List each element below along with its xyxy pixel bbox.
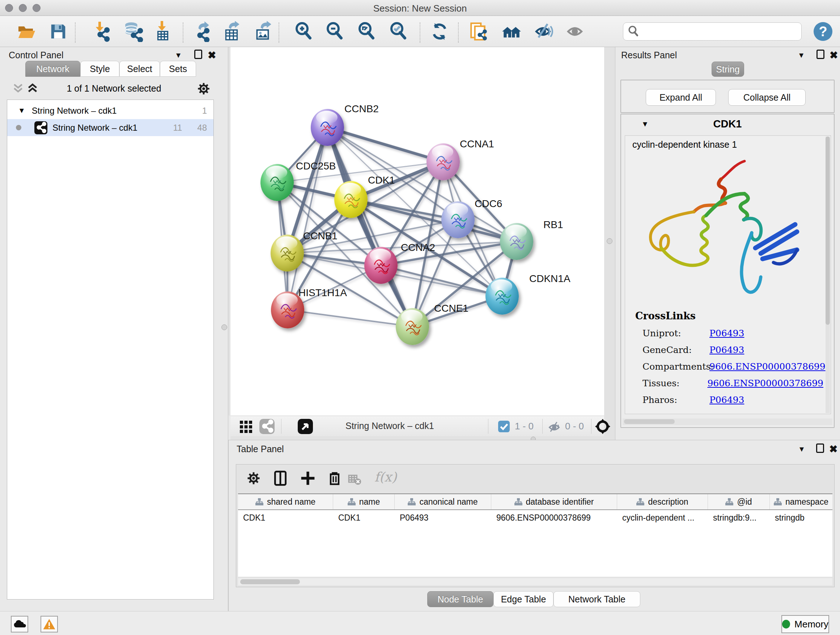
crosslinks-list: Uniprot: P06493GeneCard: P06493Compartme… <box>643 325 823 408</box>
tab-style[interactable]: Style <box>80 61 119 77</box>
results-panel-close-button[interactable]: ✖ <box>829 49 838 61</box>
table-cell[interactable]: stringdb:9... <box>708 510 770 525</box>
memory-button[interactable]: Memory <box>782 615 829 633</box>
crosslink-link[interactable]: 9606.ENSP00000378699 <box>709 361 826 372</box>
export-table-button[interactable] <box>221 21 242 42</box>
table-cell[interactable]: CDK1 <box>333 510 395 525</box>
crosslink-link[interactable]: P06493 <box>709 394 744 405</box>
search-field[interactable] <box>623 22 802 41</box>
control-panel-float-button[interactable] <box>194 50 202 61</box>
tab-network-table[interactable]: Network Table <box>554 591 640 607</box>
zoom-fit-button[interactable] <box>357 21 378 42</box>
network-node-cdk1[interactable] <box>334 181 368 218</box>
horizontal-splitter[interactable] <box>231 436 604 440</box>
hide-selected-button[interactable] <box>532 21 554 42</box>
crosslink-link[interactable]: P06493 <box>709 328 744 339</box>
string-home-button[interactable] <box>501 21 522 42</box>
zoom-in-button[interactable] <box>294 21 315 42</box>
network-node-rb1[interactable] <box>500 223 533 260</box>
save-session-button[interactable] <box>48 21 69 42</box>
tab-string[interactable]: String <box>712 62 744 77</box>
results-panel-float-button[interactable] <box>816 50 824 61</box>
network-canvas[interactable]: CCNB2 CCNA1 CDC25B CDK1 <box>231 47 604 416</box>
table-hscrollbar[interactable] <box>238 578 832 585</box>
refresh-network-button[interactable] <box>429 21 450 42</box>
column-header--id[interactable]: @id <box>708 494 770 509</box>
zoom-out-button[interactable] <box>325 21 346 42</box>
tab-edge-table[interactable]: Edge Table <box>493 591 554 607</box>
column-header-shared-name[interactable]: shared name <box>238 494 333 509</box>
open-session-button[interactable] <box>16 21 37 42</box>
network-node-ccnb1[interactable] <box>271 234 304 272</box>
cloud-button[interactable] <box>11 616 28 632</box>
table-cell[interactable]: P06493 <box>395 510 491 525</box>
memory-status-dot <box>782 620 790 629</box>
control-panel-close-button[interactable]: ✖ <box>208 49 216 61</box>
column-header-namespace[interactable]: namespace <box>770 494 832 509</box>
collapse-all-button[interactable]: Collapse All <box>728 89 806 106</box>
import-table-button[interactable] <box>152 21 173 42</box>
expand-all-button[interactable]: Expand All <box>646 89 716 106</box>
function-builder-button[interactable]: f(x) <box>374 470 397 485</box>
tab-network[interactable]: Network <box>25 61 80 77</box>
network-row-selected[interactable]: String Network – cdk1 11 48 <box>7 119 213 136</box>
table-cell[interactable]: CDK1 <box>238 510 333 525</box>
import-database-button[interactable] <box>122 21 143 42</box>
network-collection-label: String Network – cdk1 <box>32 106 117 116</box>
tree-expander-icon[interactable]: ▼ <box>18 106 25 115</box>
table-cell[interactable]: 9606.ENSP00000378699 <box>491 510 617 525</box>
table-panel-close-button[interactable]: ✖ <box>829 443 837 455</box>
network-node-ccna1[interactable] <box>426 143 460 180</box>
tab-node-table[interactable]: Node Table <box>427 591 493 607</box>
network-node-ccna2[interactable] <box>364 247 398 284</box>
birds-eye-icon[interactable] <box>594 418 611 435</box>
help-button[interactable]: ? <box>813 21 834 42</box>
table-panel-menu-arrow[interactable]: ▾ <box>799 444 804 454</box>
table-row[interactable]: CDK1CDK1P064939606.ENSP00000378699cyclin… <box>238 510 832 525</box>
results-panel-menu-arrow[interactable]: ▾ <box>799 50 804 60</box>
table-cell[interactable]: cyclin-dependent ... <box>617 510 708 525</box>
import-network-button[interactable] <box>90 21 111 42</box>
tab-sets[interactable]: Sets <box>160 61 196 77</box>
network-node-ccnb2[interactable] <box>311 109 344 146</box>
results-hscrollbar[interactable] <box>622 418 832 425</box>
column-header-description[interactable]: description <box>617 494 708 509</box>
network-collection-row[interactable]: ▼ String Network – cdk1 1 <box>7 102 213 119</box>
network-options-gear-icon[interactable] <box>196 81 211 96</box>
splitter-handle-left[interactable] <box>221 325 227 330</box>
crosslink-link[interactable]: P06493 <box>709 345 744 355</box>
crosslink-link[interactable]: 9606.ENSP00000378699 <box>707 378 823 388</box>
open-folder-icon <box>16 21 36 42</box>
clone-network-button[interactable] <box>468 21 489 42</box>
export-network-button[interactable] <box>191 21 212 42</box>
grid-view-icon[interactable] <box>239 419 254 434</box>
node-table[interactable]: shared namenamecanonical namedatabase id… <box>238 494 832 577</box>
table-cell[interactable]: stringdb <box>770 510 832 525</box>
column-header-name[interactable]: name <box>333 494 395 509</box>
table-settings-gear-icon[interactable] <box>246 470 262 486</box>
protein-structure-image <box>636 154 806 306</box>
control-panel-menu-arrow[interactable]: ▾ <box>176 50 180 60</box>
network-view-icon[interactable] <box>259 419 275 434</box>
network-node-cdkn1a[interactable] <box>485 278 519 315</box>
select-columns-icon[interactable] <box>272 470 288 486</box>
show-all-button[interactable] <box>564 21 585 42</box>
zoom-selected-button[interactable] <box>388 21 409 42</box>
column-header-canonical-name[interactable]: canonical name <box>395 494 491 509</box>
search-input[interactable] <box>643 27 801 36</box>
splitter-handle-right[interactable] <box>607 238 613 244</box>
crosslink-row: GeneCard: P06493 <box>643 341 823 358</box>
delete-column-trash-icon[interactable] <box>327 470 343 486</box>
network-node-ccne1[interactable] <box>396 308 429 345</box>
column-header-database-identifier[interactable]: database identifier <box>491 494 617 509</box>
detach-view-icon[interactable] <box>298 419 313 434</box>
export-image-button[interactable] <box>253 21 273 42</box>
table-panel-float-button[interactable] <box>816 443 824 455</box>
add-column-icon[interactable] <box>300 470 316 486</box>
network-node-cdc25b[interactable] <box>261 164 294 201</box>
tab-select[interactable]: Select <box>119 61 160 77</box>
network-node-cdc6[interactable] <box>441 201 475 238</box>
selected-checkbox-icon[interactable] <box>498 421 510 432</box>
warnings-button[interactable] <box>41 616 58 632</box>
results-vscrollbar[interactable] <box>826 136 830 413</box>
